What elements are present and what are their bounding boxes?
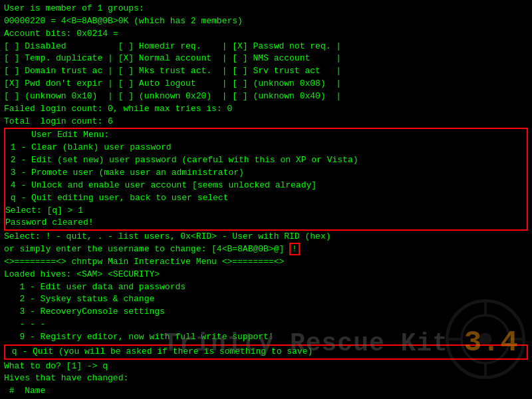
terminal-line: [ ] Disabled [ ] Homedir req. | [X] Pass…: [4, 41, 528, 53]
red-highlight-box-1: User Edit Menu: 1 - Clear (blank) user p…: [4, 128, 528, 231]
terminal-line: <>========<> chntpw Main Interactive Men…: [4, 256, 528, 269]
terminal-line: Loaded hives: <SAM> <SECURITY>: [4, 269, 528, 281]
terminal-line: [ ] Domain trust ac | [ ] Mks trust act.…: [4, 65, 528, 78]
terminal-line: Failed login count: 0, while max tries i…: [4, 103, 528, 116]
terminal-line: # Name: [4, 385, 528, 398]
terminal-line: 1 - Clear (blank) user password: [5, 142, 527, 154]
terminal-line: Account bits: 0x0214 =: [4, 28, 528, 41]
terminal-line: Total login count: 6: [4, 116, 528, 128]
terminal-line: 2 - Edit (set new) user password (carefu…: [5, 154, 527, 167]
terminal-line: Select: ! - quit, . - list users, 0x<RID…: [4, 231, 528, 243]
highlight-box: q - Quit (you will be asked if there is …: [4, 344, 528, 360]
terminal-line: What to do? [1] -> q: [4, 360, 528, 373]
terminal-line: [X] Pwd don't expir | [ ] Auto logout | …: [4, 78, 528, 90]
terminal-line: Password cleared!: [5, 217, 527, 229]
exclamation-box: !: [289, 243, 300, 255]
terminal-line: 00000220 = 4<B=8AB@0B>0K (which has 2 me…: [4, 15, 528, 28]
terminal-content: User is member of 1 groups:00000220 = 4<…: [4, 3, 528, 399]
terminal-line: Hives that have changed:: [4, 372, 528, 385]
terminal-line: q - Quit editing user, back to user sele…: [5, 192, 527, 205]
terminal-line: 2 - Syskey status & change: [4, 293, 528, 306]
terminal-line: [ ] (unknown 0x10) | [ ] (unknown 0x20) …: [4, 90, 528, 103]
terminal-line: User Edit Menu:: [5, 129, 527, 142]
terminal-line: 9 - Registry editor, now with full write…: [4, 331, 528, 344]
terminal-line: 4 - Unlock and enable user account [seem…: [5, 180, 527, 192]
terminal-line: - - -: [4, 319, 528, 331]
terminal-line: User is member of 1 groups:: [4, 3, 528, 15]
terminal-line: [ ] Temp. duplicate | [X] Normal account…: [4, 53, 528, 65]
terminal-line: Select: [q] > 1: [5, 205, 527, 217]
terminal-line: 3 - RecoveryConsole settings: [4, 306, 528, 319]
terminal-line: 1 - Edit user data and passwords: [4, 281, 528, 294]
terminal-line: q - Quit (you will be asked if there is …: [4, 344, 528, 360]
terminal-line: 3 - Promote user (make user an administr…: [5, 167, 527, 180]
terminal-line: or simply enter the username to change: …: [4, 243, 528, 256]
terminal-window: User is member of 1 groups:00000220 = 4<…: [0, 0, 532, 399]
